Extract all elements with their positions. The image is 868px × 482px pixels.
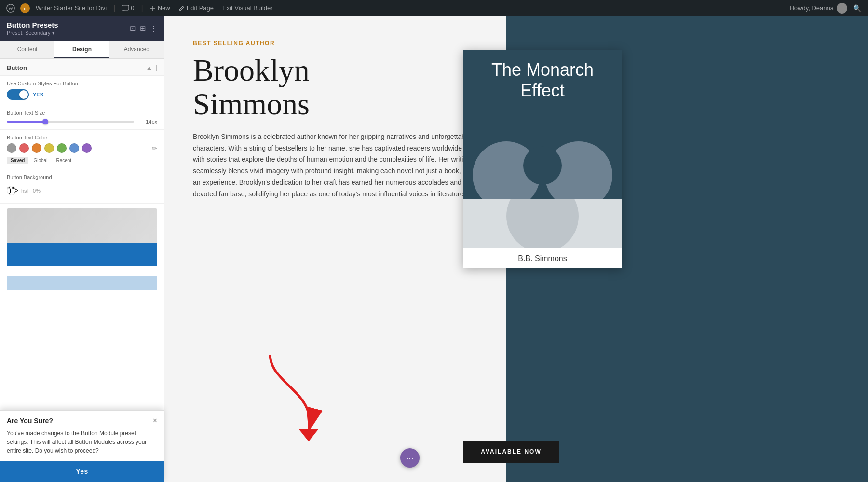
separator2: | (140, 4, 144, 13)
color-edit-icon[interactable]: ✏ (152, 145, 157, 152)
custom-styles-field: Use Custom Styles For Button YES (0, 76, 164, 105)
confirm-title: Are You Sure? (7, 417, 53, 425)
exit-builder-button[interactable]: Exit Visual Builder (219, 4, 276, 12)
author-name: Brooklyn Simmons (193, 54, 473, 122)
panel-more-icon[interactable]: ⋮ (150, 24, 157, 33)
text-size-value: 14px (138, 119, 157, 124)
edit-page-button[interactable]: Edit Page (176, 4, 217, 12)
color-swatch-gray[interactable] (7, 143, 16, 153)
confirm-dialog: Are You Sure? × You've made changes to t… (0, 410, 164, 482)
book-card: The Monarch Effect B.B. Simmons (463, 50, 622, 268)
bg-color-circle[interactable]: ')"> (7, 186, 16, 195)
bg-hex-label: hsl (21, 188, 28, 193)
panel-title: Button Presets (7, 21, 58, 29)
separator1: | (112, 4, 116, 13)
panel-preset-label[interactable]: Preset: Secondary ▾ (7, 30, 58, 36)
available-now-button[interactable]: AVAILABLE NOW (463, 441, 559, 463)
site-name-label[interactable]: Writer Starter Site for Divi (33, 4, 109, 12)
bg-opacity-label: 0% (33, 188, 41, 193)
divi-site-icon: d (20, 3, 30, 13)
custom-styles-toggle[interactable] (7, 89, 29, 100)
author-last-name: Simmons (193, 87, 310, 121)
panel-resize-icon[interactable]: ⊡ (130, 24, 136, 33)
panel-grid-icon[interactable]: ⊞ (140, 24, 146, 33)
section-settings-icon[interactable]: | (155, 64, 157, 71)
panel-header-icons: ⊡ ⊞ ⋮ (130, 24, 157, 33)
book-cover-top: The Monarch Effect (463, 50, 622, 199)
tab-design[interactable]: Design (54, 41, 109, 58)
text-size-slider[interactable] (7, 121, 134, 123)
custom-styles-label: Use Custom Styles For Button (7, 81, 157, 86)
confirm-close-button[interactable]: × (153, 416, 157, 425)
main-layout: Button Presets Preset: Secondary ▾ ⊡ ⊞ ⋮… (0, 16, 868, 482)
bottom-button-area (0, 271, 164, 295)
book-shape-bottom (506, 199, 579, 248)
user-avatar (837, 3, 847, 14)
toggle-knob (19, 90, 28, 99)
book-shape-container (463, 103, 622, 199)
preview-area (7, 208, 157, 266)
svg-text:d: d (24, 6, 26, 11)
admin-bar: W d Writer Starter Site for Divi | 0 | N… (0, 0, 868, 16)
text-size-label: Button Text Size (7, 110, 157, 116)
bg-field: Button Background ')"> hsl 0% (0, 169, 164, 204)
text-size-slider-row: 14px (7, 119, 157, 124)
color-swatch-orange[interactable] (32, 143, 41, 153)
new-label: New (158, 4, 170, 12)
color-tab-global[interactable]: Global (29, 157, 51, 164)
tab-content[interactable]: Content (0, 41, 54, 58)
color-swatch-red[interactable] (19, 143, 29, 153)
author-content-section: BEST SELLING AUTHOR Brooklyn Simmons Bro… (193, 40, 473, 200)
color-tab-saved[interactable]: Saved (7, 157, 28, 164)
panel-tabs: Content Design Advanced (0, 41, 164, 59)
toggle-value-label: YES (33, 92, 43, 97)
text-size-field: Button Text Size 14px (0, 105, 164, 130)
color-tabs-row: Saved Global Recent (7, 157, 157, 164)
button-section-title: Button (7, 64, 27, 71)
author-label: BEST SELLING AUTHOR (193, 40, 473, 47)
text-color-field: Button Text Color ✏ Saved Global Recent (0, 130, 164, 169)
bg-field-row: ')"> hsl 0% (7, 183, 157, 198)
panel-header: Button Presets Preset: Secondary ▾ ⊡ ⊞ ⋮ (0, 16, 164, 41)
book-shape-center (523, 146, 562, 185)
confirm-yes-button[interactable]: Yes (0, 461, 164, 482)
book-cover-bottom (463, 199, 622, 248)
tab-advanced[interactable]: Advanced (109, 41, 164, 58)
color-swatch-purple[interactable] (82, 143, 92, 153)
color-swatch-green[interactable] (57, 143, 67, 153)
author-first-name: Brooklyn (193, 53, 310, 87)
dot-menu-button[interactable]: ··· (400, 448, 420, 468)
right-content: BEST SELLING AUTHOR Brooklyn Simmons Bro… (164, 16, 868, 482)
button-section-header: Button ▲ | (0, 59, 164, 76)
confirm-header: Are You Sure? × (0, 411, 164, 429)
admin-search-icon[interactable]: 🔍 (850, 4, 864, 12)
svg-text:W: W (8, 5, 14, 11)
author-bio: Brooklyn Simmons is a celebrated author … (193, 131, 473, 200)
slider-thumb (42, 119, 48, 124)
comments-button[interactable]: 0 (119, 4, 137, 12)
section-action-icons: ▲ | (146, 64, 158, 71)
book-title: The Monarch Effect (491, 59, 594, 101)
edit-page-label: Edit Page (187, 4, 214, 12)
book-author-name: B.B. Simmons (463, 248, 622, 268)
bg-label: Button Background (7, 174, 157, 180)
svg-rect-4 (122, 5, 129, 10)
wp-logo-icon[interactable]: W (4, 1, 17, 15)
new-button[interactable]: New (147, 4, 173, 12)
color-swatches: ✏ (7, 143, 157, 153)
custom-styles-toggle-control: YES (7, 89, 157, 100)
color-swatch-yellow[interactable] (44, 143, 54, 153)
color-swatch-blue[interactable] (69, 143, 79, 153)
confirm-body-text: You've made changes to the Button Module… (0, 429, 164, 461)
color-tab-recent[interactable]: Recent (52, 157, 75, 164)
left-panel: Button Presets Preset: Secondary ▾ ⊡ ⊞ ⋮… (0, 16, 164, 482)
text-color-label: Button Text Color (7, 135, 157, 140)
comments-count: 0 (131, 4, 134, 12)
preview-top (7, 208, 157, 243)
section-expand-icon[interactable]: ▲ (146, 64, 153, 71)
panel-header-info: Button Presets Preset: Secondary ▾ (7, 21, 58, 36)
preview-button (7, 276, 157, 290)
preview-bottom (7, 243, 157, 266)
howdy-label: Howdy, Deanna (789, 3, 847, 14)
